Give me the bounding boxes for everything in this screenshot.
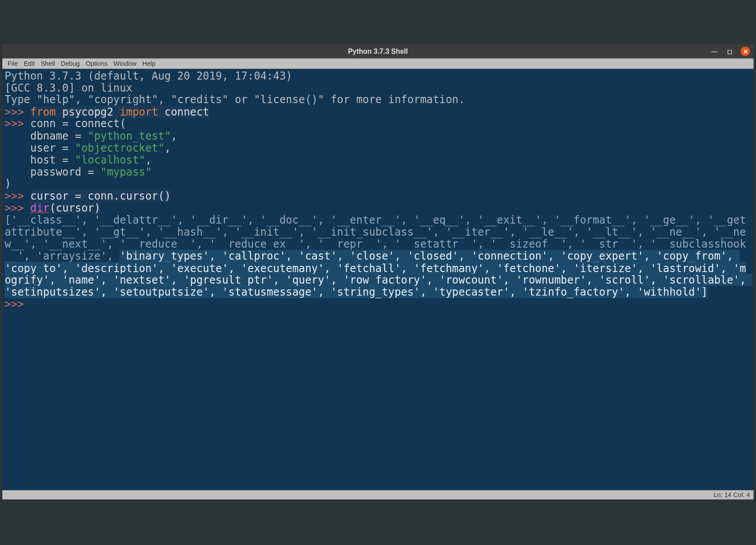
- comma: ,: [145, 153, 152, 166]
- shell-editor[interactable]: Python 3.7.3 (default, Aug 20 2019, 17:0…: [2, 69, 753, 490]
- close-paren: ): [5, 177, 11, 190]
- code-user-label: user =: [5, 141, 75, 154]
- comma: ,: [165, 141, 171, 154]
- code-pass-label: password =: [5, 165, 101, 178]
- menu-help[interactable]: Help: [139, 60, 158, 67]
- banner-line-3: Type "help", "copyright", "credits" or "…: [5, 93, 465, 106]
- menu-shell[interactable]: Shell: [38, 60, 58, 67]
- keyword-from: from: [30, 105, 56, 118]
- prompt: >>>: [5, 202, 31, 214]
- python-shell-window: Python 3.7.3 Shell — ◻ ✕ File Edit Shell…: [2, 44, 753, 500]
- keyword-import: import: [120, 105, 158, 118]
- window-title: Python 3.7.3 Shell: [348, 47, 408, 55]
- banner-line-2: [GCC 8.3.0] on linux: [5, 81, 133, 94]
- string-pass: "mypass": [101, 165, 152, 178]
- banner-line-1: Python 3.7.3 (default, Aug 20 2019, 17:0…: [5, 69, 299, 82]
- dir-arg: (cursor): [49, 202, 101, 214]
- prompt: >>>: [5, 117, 31, 130]
- builtin-dir: dir: [30, 202, 49, 214]
- minimize-button[interactable]: —: [710, 47, 718, 55]
- space: [158, 105, 164, 118]
- menu-window[interactable]: Window: [111, 60, 139, 67]
- prompt: >>>: [5, 298, 31, 310]
- prompt: >>>: [5, 105, 31, 118]
- code-dbname-label: dbname =: [5, 129, 88, 142]
- code-host-label: host =: [5, 153, 75, 166]
- menubar: File Edit Shell Debug Options Window Hel…: [2, 58, 753, 69]
- menu-edit[interactable]: Edit: [21, 60, 38, 67]
- maximize-button[interactable]: ◻: [725, 47, 733, 55]
- space: [56, 105, 62, 118]
- code-cursor-line: cursor = conn.cursor(): [30, 189, 171, 202]
- titlebar[interactable]: Python 3.7.3 Shell — ◻ ✕: [2, 44, 753, 59]
- module-psycopg2: psycopg2: [62, 105, 113, 118]
- comma: ,: [171, 129, 177, 142]
- close-button[interactable]: ✕: [741, 47, 750, 56]
- space: [113, 105, 120, 118]
- string-host: "localhost": [75, 153, 145, 166]
- prompt: >>>: [5, 189, 31, 202]
- code-conn-assign: conn = connect(: [30, 117, 126, 130]
- menu-debug[interactable]: Debug: [58, 60, 83, 67]
- titlebar-controls: — ◻ ✕: [710, 47, 750, 56]
- cursor-position: Ln: 14 Col: 4: [714, 491, 750, 498]
- string-dbname: "python_test": [88, 129, 171, 142]
- string-user: "objectrocket": [75, 141, 165, 154]
- name-connect: connect: [165, 105, 209, 118]
- menu-options[interactable]: Options: [83, 60, 111, 67]
- menu-file[interactable]: File: [5, 60, 21, 67]
- statusbar: Ln: 14 Col: 4: [2, 490, 753, 500]
